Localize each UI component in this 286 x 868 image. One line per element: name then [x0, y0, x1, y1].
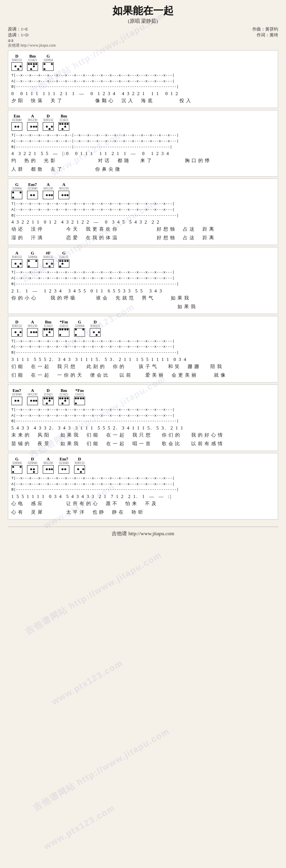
chord-D2-s7: D X00132	[74, 457, 85, 474]
chord-D2-s5: D X00132	[90, 319, 101, 337]
website-left: 吉他谱 http://www.jitapu.com	[8, 43, 56, 48]
chord-grid-D-s5	[11, 328, 22, 337]
sub-title: (原唱 梁静茹)	[8, 18, 278, 25]
chord-grid-starFm-s6	[74, 397, 85, 405]
chord-G-s5: G 320004	[74, 319, 85, 337]
chord-diagrams-s4: A X00132 G 320004 #F X00132	[11, 251, 275, 268]
chord-grid-D-s2	[43, 122, 54, 131]
chord-A-s4: A X00132	[11, 251, 22, 268]
chord-grid-G-s7	[11, 465, 22, 474]
chord-grid-Bm-s6	[58, 397, 69, 405]
tab-staff-s7: T|--x---x---x---x---x---x---x---x---x---…	[11, 476, 275, 493]
section-6: Em7 023040 A 001230 D 113421	[8, 384, 278, 451]
chord-starFm-s6: *Fm 134111	[74, 388, 85, 406]
tab-staff-s1: T|--x---x---x---x---x---x---x---x---x---…	[11, 73, 275, 90]
tab-staff-s5: T|--x---x---x---x---x---x---x---x---x---…	[11, 339, 275, 356]
lyrics-s7: 心电 感应 让所有的心 愿不 怕来 不及	[11, 500, 275, 507]
chord-grid-G-s5	[74, 328, 85, 337]
lyrics-s5: 们能 在一起 我只想 此刻的 你的 孩子气 和笑 跚跚 陪我	[11, 363, 275, 370]
chord-Em7-s6: Em7 023040	[11, 388, 22, 406]
chord-diagrams-s3: G 320004 Em7 023040 A 001230	[11, 182, 275, 200]
chord-grid-G-s3	[11, 191, 22, 199]
chord-grid-Em	[11, 122, 22, 131]
tab-staff-s2: T|--x---x---x---x---x---x--|--x---x---x-…	[11, 133, 275, 150]
chord-G-s3: G 320004	[11, 182, 22, 200]
chord-grid-Em7-s7	[58, 465, 69, 474]
notation-s1: 0 0 1 1 1 1 1 1 2 1 1 — 0 1 2 3 4 4 3 2 …	[11, 91, 275, 97]
chord-G-s7: G 320004	[11, 457, 22, 474]
meta-right: 作曲：黄茯钧 作词：黄绮	[252, 26, 278, 48]
lyrics-s2: 约 热的 光影 对话 都随 来了 胸口的悸	[11, 157, 275, 164]
chord-grid-D-s7	[27, 465, 38, 474]
section-3: G 320004 Em7 023040 A 001230	[8, 179, 278, 245]
chord-grid-D-s6	[43, 397, 54, 405]
meta-left: 原调：1=E 选调：1=D 4/4 吉他谱 http://www.jitapu.…	[8, 26, 56, 48]
chord-Em7-s7: Em7 023040	[58, 457, 69, 474]
page: 吉他谱网站 http://www.jitapu.com www.ptx123.c…	[0, 0, 286, 545]
tab-staff-s3: T|--x---x---x---x---x---x---x---x---x---…	[11, 201, 275, 218]
chord-diagrams-s5: D X00132 A 001230 Bm 113421	[11, 319, 275, 337]
notation-s2: 4 3 2 2 1 5 5 — |:0 0 1 1 1 1 1 2 1 1 — …	[11, 151, 275, 157]
chord-grid-A-s3	[43, 191, 54, 199]
chord-grid-Bm	[27, 62, 38, 71]
chord-Em7-s3: Em7 023040	[27, 182, 38, 200]
chord-A-s7: A 001230	[43, 457, 54, 474]
chord-diagrams-s7: G 320004 D 029040 A 001230	[11, 457, 275, 474]
lyrics-s4b: 如果我	[11, 303, 275, 310]
watermark-9: 吉他谱网站 http://www.jitapu.com	[31, 725, 172, 814]
lyrics-s3: 动还 没停 今天 我更喜欢你 好想独 占这 距离	[11, 226, 275, 233]
lyrics-s6b: 苗铺的 夜景 如果我 们能 在一起 唱一首 歌会比 以前有感情	[11, 440, 275, 447]
chord-grid-D	[11, 62, 22, 71]
chord-diagrams-s6: Em7 023040 A 001230 D 113421	[11, 388, 275, 406]
chord-A-s2: A 001230	[27, 114, 38, 131]
section-4: A X00132 G 320004 #F X00132	[8, 247, 278, 314]
section-2: Em 023040 A 001230 D X00132	[8, 110, 278, 177]
tab-staff-s6: T|--x---x---x---x---x---x---x---x---x---…	[11, 407, 275, 424]
chord-grid-sharpF-s4	[43, 259, 54, 268]
lyrics-s2b: 人群 都散 去了 你鼻尖微	[11, 166, 275, 173]
chord-grid-A-s4	[11, 259, 22, 268]
tab-staff-s4: T|--x---x---x---x---x---x---x---x---x---…	[11, 270, 275, 287]
chord-A-s6: A 001230	[27, 388, 38, 406]
chord-A-s5: A 001230	[27, 319, 38, 337]
lyrics-s5b: 们能 在一起 一你的天 便会比 以前 爱美丽 会更美丽 就像	[11, 372, 275, 379]
notation-s6: 5 4 3 3 4 3 3 2. 3 4 3 3 1 1 1 5 5 5 2. …	[11, 425, 275, 431]
chord-D: D X00132	[11, 54, 22, 71]
play-key: 选调：1=D	[8, 32, 56, 38]
section-5: D X00132 A 001230 Bm 113421	[8, 316, 278, 383]
watermark-8: www.ptx123.com	[50, 658, 125, 707]
notation-s4: 2 1. 1 — 1 2 3 4 3 4 5 5 0 1 1 6 5 5 3 3…	[11, 288, 275, 294]
chord-grid-G-s4	[27, 259, 38, 268]
chord-grid-starFm-s5	[58, 328, 69, 337]
lyrics-s6: 未来的 风阳 如果我 们能 在一起 我只想 你们的 我的好心情	[11, 432, 275, 439]
footer-website: 吉他谱 http://www.jitapu.com	[8, 527, 278, 537]
chord-D-s2: D X00132	[43, 114, 54, 131]
lyrics-s7b: 心有 灵犀 太平洋 也静 静在 聆听	[11, 509, 275, 516]
chord-G2-s4: G 134211	[58, 251, 69, 268]
chord-grid-Em7-s3	[27, 191, 38, 199]
original-key: 原调：1=E	[8, 26, 56, 32]
lyrics-s1: 夕阳 快落 关了 像颗心 沉入 海底 投入	[11, 97, 275, 104]
chord-grid-A-s6	[27, 397, 38, 405]
chord-Bm-s5: Bm 113421	[43, 319, 54, 337]
chord-Bm-s2: Bm 113421	[58, 114, 69, 131]
watermark-10: www.ptx123.com	[42, 803, 117, 852]
chord-Bm: Bm 113421	[27, 54, 38, 71]
chord-grid-G2-s4	[58, 259, 69, 268]
time-sig: 4/4	[8, 38, 56, 43]
chord-diagrams-s2: Em 023040 A 001230 D X00132	[11, 114, 275, 131]
notation-s7: 1 5 5 1 1 1 1 0 3 4 5 4 3 4 3 3 2 1 7 1 …	[11, 494, 275, 500]
chord-grid-Bm-s2	[58, 122, 69, 131]
chord-grid-Bm-s5	[43, 328, 54, 337]
watermark-7: 吉他谱网站 http://www.jitapu.com	[23, 549, 164, 637]
lyricist: 作词：黄绮	[252, 32, 278, 38]
chord-grid-A-s7	[43, 465, 54, 474]
chord-grid-A-s5	[27, 328, 38, 337]
section-7: G 320004 D 029040 A 001230	[8, 453, 278, 520]
chord-G: G 320004	[43, 54, 54, 71]
meta-row: 原调：1=E 选调：1=D 4/4 吉他谱 http://www.jitapu.…	[8, 26, 278, 48]
chord-A2-s3: A 001230	[58, 182, 69, 200]
title-section: 如果能在一起 (原唱 梁静茹)	[8, 4, 278, 25]
chord-starFm-s5: *Fm 134111	[58, 319, 69, 337]
chord-grid-D2-s5	[90, 328, 101, 337]
